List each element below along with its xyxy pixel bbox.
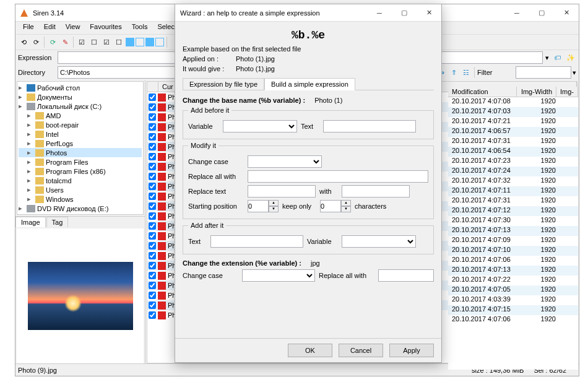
wiz-minimize-button[interactable]: ─	[367, 4, 392, 22]
start-up-icon[interactable]: ▲	[269, 200, 279, 206]
data-row[interactable]: 20.10.2017 4:07:131920	[448, 226, 578, 236]
row-checkbox[interactable]	[149, 302, 156, 309]
wiz-close-button[interactable]: ✕	[417, 4, 441, 22]
wand-icon[interactable]: ✨	[565, 52, 576, 63]
uncheck-all-icon[interactable]: ☐	[89, 37, 100, 48]
data-row[interactable]: 20.10.2017 4:07:221920	[448, 276, 578, 285]
keep-up-icon[interactable]: ▲	[341, 200, 351, 206]
data-row[interactable]: 20.10.2017 4:07:231920	[448, 157, 578, 167]
row-checkbox[interactable]	[149, 222, 156, 230]
folder-tree[interactable]: ▸Рабочий стол▸Документы▸Локальный диск (…	[17, 81, 144, 215]
row-checkbox[interactable]	[149, 123, 156, 131]
keep-only-input[interactable]	[320, 200, 341, 212]
refresh-icon[interactable]: ⟳	[47, 37, 58, 48]
select2-icon[interactable]	[136, 38, 144, 46]
variable-after-select[interactable]	[342, 235, 416, 248]
start-pos-input[interactable]	[248, 200, 269, 212]
row-checkbox[interactable]	[149, 133, 156, 141]
row-checkbox[interactable]	[149, 143, 156, 150]
close-button[interactable]: ✕	[554, 4, 579, 22]
tag-icon[interactable]: 🏷	[551, 52, 563, 63]
minimize-button[interactable]: ─	[504, 4, 529, 22]
data-row[interactable]: 20.10.2017 4:07:091920	[448, 236, 578, 246]
row-checkbox[interactable]	[149, 113, 156, 121]
data-row[interactable]: 20.10.2017 4:07:311920	[448, 196, 578, 206]
tree-item[interactable]: ▸Рабочий стол	[19, 83, 142, 92]
tab-build-expr[interactable]: Build a simple expression	[264, 78, 355, 90]
wiz-maximize-button[interactable]: ▢	[392, 4, 417, 22]
row-checkbox[interactable]	[149, 163, 156, 170]
tree-item[interactable]: ▸Документы	[19, 92, 142, 102]
data-row[interactable]: 20.10.2017 4:07:151920	[448, 305, 578, 315]
row-checkbox[interactable]	[149, 183, 156, 190]
tree-item[interactable]: ▸AMD	[19, 111, 142, 120]
row-checkbox[interactable]	[149, 153, 156, 160]
start-down-icon[interactable]: ▼	[269, 206, 279, 212]
data-row[interactable]: 20.10.2017 4:07:081920	[448, 97, 578, 107]
cancel-button[interactable]: Cancel	[339, 344, 383, 357]
row-checkbox[interactable]	[149, 252, 156, 259]
maximize-button[interactable]: ▢	[529, 4, 554, 22]
menu-tools[interactable]: Tools	[127, 22, 153, 34]
menu-view[interactable]: View	[61, 22, 85, 34]
col-modification[interactable]: Modification	[448, 87, 517, 97]
row-checkbox[interactable]	[149, 212, 156, 220]
row-checkbox[interactable]	[149, 232, 156, 240]
menu-file[interactable]: File	[18, 22, 39, 34]
uncheck-icon[interactable]: ☐	[113, 37, 124, 48]
tree-item[interactable]: ▸Photos	[19, 148, 142, 157]
row-checkbox[interactable]	[149, 202, 156, 210]
change-case-select[interactable]	[248, 155, 322, 168]
data-row[interactable]: 20.10.2017 4:06:571920	[448, 127, 578, 137]
tab-image[interactable]: Image	[15, 217, 46, 227]
variable-before-select[interactable]	[223, 120, 297, 132]
ext-replace-input[interactable]	[378, 269, 434, 282]
tree-item[interactable]: ▸Program Files	[19, 157, 142, 167]
menu-favourites[interactable]: Favourites	[85, 22, 126, 34]
replace-text-input[interactable]	[248, 185, 316, 198]
replace-with-input[interactable]	[342, 185, 410, 198]
tree-item[interactable]: ▸DVD RW дисковод (E:)	[19, 204, 142, 213]
row-checkbox[interactable]	[149, 282, 156, 289]
data-row[interactable]: 20.10.2017 4:07:051920	[448, 285, 578, 295]
tree-icon[interactable]: ☷	[460, 67, 472, 78]
data-row[interactable]: 20.10.2017 4:07:311920	[448, 137, 578, 147]
row-checkbox[interactable]	[149, 193, 156, 200]
filter-input[interactable]	[516, 66, 571, 79]
data-row[interactable]: 20.10.2017 4:07:061920	[448, 315, 578, 325]
row-checkbox[interactable]	[149, 173, 156, 180]
tree-item[interactable]: ▸totalcmd	[19, 176, 142, 185]
text-before-input[interactable]	[323, 120, 416, 132]
tree-item[interactable]: ▸Локальный диск (C:)	[19, 102, 142, 111]
back-icon[interactable]: ⟲	[18, 37, 29, 48]
data-row[interactable]: 20.10.2017 4:07:211920	[448, 117, 578, 127]
data-row[interactable]: 20.10.2017 4:07:111920	[448, 186, 578, 196]
filter-dropdown-icon[interactable]: ▾	[573, 69, 576, 77]
data-row[interactable]: 20.10.2017 4:03:391920	[448, 295, 578, 305]
row-checkbox[interactable]	[149, 103, 156, 111]
apply-button[interactable]: Apply	[389, 344, 434, 357]
select3-icon[interactable]	[145, 38, 154, 46]
data-row[interactable]: 20.10.2017 4:07:321920	[448, 176, 578, 186]
select1-icon[interactable]	[126, 38, 134, 46]
replace-all-input[interactable]	[248, 170, 428, 183]
keep-down-icon[interactable]: ▼	[341, 206, 351, 212]
data-row[interactable]: 20.10.2017 4:07:031920	[448, 107, 578, 117]
data-row[interactable]: 20.10.2017 4:07:301920	[448, 216, 578, 226]
row-checkbox[interactable]	[149, 93, 156, 101]
tab-expr-by-type[interactable]: Expression by file type	[183, 78, 264, 90]
menu-edit[interactable]: Edit	[39, 22, 61, 34]
tool-icon[interactable]: ✎	[59, 37, 71, 48]
row-checkbox[interactable]	[149, 311, 156, 319]
row-checkbox[interactable]	[149, 262, 156, 269]
data-row[interactable]: 20.10.2017 4:06:541920	[448, 147, 578, 157]
data-row[interactable]: 20.10.2017 4:07:101920	[448, 246, 578, 256]
row-checkbox[interactable]	[149, 272, 156, 279]
row-checkbox[interactable]	[149, 292, 156, 299]
tree-item[interactable]: ▸boot-repair	[19, 120, 142, 129]
text-after-input[interactable]	[210, 235, 303, 248]
row-checkbox[interactable]	[149, 242, 156, 250]
tree-item[interactable]: ▸PerfLogs	[19, 139, 142, 148]
select4-icon[interactable]	[155, 38, 164, 46]
data-row[interactable]: 20.10.2017 4:07:131920	[448, 266, 578, 276]
